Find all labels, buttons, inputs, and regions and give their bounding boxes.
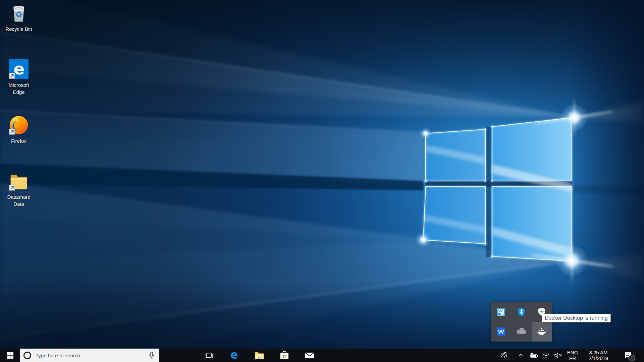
microphone-icon[interactable]: [148, 352, 155, 359]
desktop-icon-label: Firefox: [11, 137, 26, 144]
wifi-icon: [542, 352, 550, 359]
mail-icon: [304, 350, 315, 360]
folder-icon: [8, 171, 29, 191]
taskbar: e: [0, 349, 644, 362]
language-primary: ENG: [567, 350, 578, 355]
desktop-icon-microsoft-edge[interactable]: e Microsoft Edge: [3, 59, 35, 96]
desktop-icon-label: Datashare: [7, 193, 30, 200]
microsoft-store-icon: [279, 350, 290, 361]
chevron-up-icon: [518, 352, 524, 358]
tray-flyout-item-bluetooth[interactable]: [511, 302, 531, 322]
windows-desktop: ♻ Recycle Bin e Microsoft Edge: [0, 0, 644, 362]
volume-button[interactable]: [553, 349, 564, 362]
file-explorer-icon: [254, 350, 265, 361]
desktop-icon-label: Data: [7, 200, 30, 207]
language-indicator[interactable]: ENG FR: [566, 349, 580, 362]
tray-flyout-item-wave[interactable]: [491, 322, 511, 342]
svg-text:intel: intel: [501, 313, 504, 315]
cortana-icon: [23, 352, 31, 359]
clock-time: 8:25 AM: [589, 350, 608, 355]
clock[interactable]: 8:25 AM 2/1/2019: [582, 349, 614, 362]
tray-expand-button[interactable]: [516, 349, 526, 362]
battery-icon: [530, 352, 538, 359]
windows-logo-icon: [7, 352, 13, 359]
bluetooth-icon: [517, 307, 526, 316]
clock-date: 2/1/2019: [589, 355, 608, 361]
tray-flyout-item-docker[interactable]: [532, 322, 552, 342]
people-button[interactable]: [498, 349, 509, 362]
edge-icon: e: [228, 350, 240, 361]
battery-button[interactable]: [529, 349, 539, 362]
search-input[interactable]: [36, 353, 148, 358]
network-button[interactable]: [541, 349, 551, 362]
docker-tooltip: Docker Desktop is running: [542, 314, 611, 322]
notification-badge: 1: [629, 355, 635, 361]
language-secondary: FR: [567, 355, 578, 361]
desktop-icon-label: Edge: [9, 88, 29, 96]
taskbar-button-file-explorer[interactable]: [247, 349, 272, 362]
taskbar-button-mail[interactable]: [297, 349, 322, 362]
desktop-icon-firefox[interactable]: Firefox: [3, 115, 35, 144]
taskbar-button-store[interactable]: [272, 349, 297, 362]
svg-text:e: e: [230, 350, 238, 361]
desktop-icon-recycle-bin[interactable]: ♻ Recycle Bin: [3, 3, 35, 33]
task-view-icon: [205, 351, 213, 360]
docker-whale-icon: [537, 327, 546, 336]
people-icon: [500, 351, 508, 359]
start-button[interactable]: [0, 349, 20, 362]
intel-graphics-icon: intel: [497, 307, 505, 316]
desktop-icon-datashare-data[interactable]: Datashare Data: [3, 171, 35, 207]
tray-flyout-item-intel-graphics[interactable]: intel: [491, 302, 511, 322]
desktop-icon-label: Recycle Bin: [5, 25, 32, 33]
edge-icon: e: [8, 59, 29, 79]
taskbar-button-edge[interactable]: e: [221, 349, 247, 362]
wave-icon: [497, 327, 505, 336]
svg-text:e: e: [14, 59, 25, 78]
firefox-icon: [8, 115, 29, 135]
search-box[interactable]: [20, 349, 159, 362]
desktop-icon-label: Microsoft: [9, 81, 29, 88]
recycle-bin-icon: ♻: [8, 3, 29, 23]
speaker-muted-icon: [554, 352, 562, 359]
svg-text:♻: ♻: [15, 10, 23, 19]
tray-flyout-item-onedrive[interactable]: [511, 322, 531, 342]
onedrive-icon: [516, 327, 527, 336]
taskbar-button-task-view[interactable]: [196, 349, 221, 362]
